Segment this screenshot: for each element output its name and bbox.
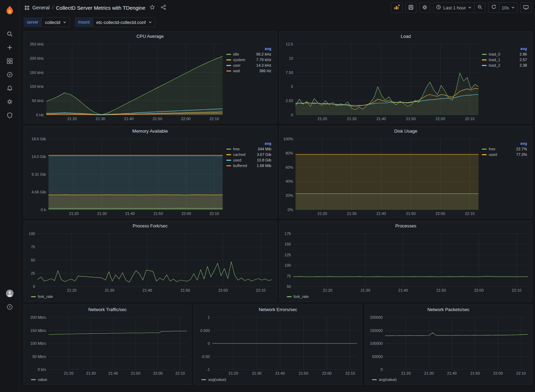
disk-usage-legend: avgfree22.7%used77.3%: [481, 136, 530, 217]
processes-legend: fork_rate: [282, 293, 531, 300]
variable-label: server: [24, 17, 41, 27]
x-axis-tick-label: 22:10: [465, 211, 475, 216]
panel-title[interactable]: Network Traffic/sec: [24, 305, 191, 314]
panel-title[interactable]: Disk Usage: [280, 126, 532, 136]
dashboard-title: CollectD Server Metrics with TDengine: [56, 5, 145, 11]
legend-item: load_12.57: [482, 58, 527, 62]
save-dashboard-button[interactable]: [405, 2, 416, 13]
series-line-fork_rate: [293, 276, 528, 277]
sidebar-item-help[interactable]: ?: [2, 301, 17, 314]
panel-title[interactable]: Memory Available: [24, 126, 276, 136]
legend-item: load_22.38: [482, 63, 527, 67]
series-color-swatch: [226, 59, 231, 60]
y-axis-tick-label: 80%: [285, 151, 293, 155]
sidebar-item-profile[interactable]: [2, 287, 17, 301]
variable-dropdown-server[interactable]: collectd: [41, 17, 70, 27]
panel-title[interactable]: Network Packets/sec: [365, 305, 532, 314]
panel-body: 02.5057.501012.521:2021:3021:4021:5022:0…: [280, 41, 532, 123]
y-axis-tick-label: 100 kHz: [30, 84, 44, 89]
series-color-swatch: [482, 54, 487, 55]
legend-item: free344 Mib: [226, 147, 271, 151]
share-button[interactable]: [159, 3, 168, 12]
legend-series-name[interactable]: avg(value): [379, 377, 397, 382]
grafana-logo[interactable]: [2, 3, 17, 19]
legend-series-value: 2.57: [508, 58, 527, 62]
x-axis-tick-label: 22:10: [465, 117, 475, 121]
legend-series-name[interactable]: wait: [233, 69, 251, 73]
load-chart: 02.5057.501012.521:2021:3021:4021:5022:0…: [282, 41, 481, 122]
time-range-label: Last 1 hour: [443, 5, 466, 10]
series-line-free: [48, 208, 222, 209]
legend-item: avg(value): [372, 377, 397, 382]
dashboard-row-2: Memory Available 0 b4.66 Gib9.31 Gib14.0…: [24, 126, 532, 218]
y-axis-tick-label: 200000: [370, 315, 383, 319]
legend-series-name[interactable]: load_1: [489, 58, 506, 62]
gear-icon: [7, 99, 13, 106]
legend-item: buffered1.68 Mib: [226, 164, 271, 168]
breadcrumb-folder[interactable]: General: [32, 5, 50, 10]
question-circle-icon: ?: [7, 304, 13, 311]
legend-column-header[interactable]: avg: [482, 47, 527, 51]
legend-item: wait386 Hz: [226, 69, 271, 73]
sidebar-item-configuration[interactable]: [2, 95, 17, 109]
legend-column-header[interactable]: avg: [226, 47, 271, 51]
y-axis-tick-label: 50: [31, 258, 35, 262]
refresh-button[interactable]: [488, 2, 499, 13]
chevron-down-icon: [511, 5, 515, 10]
y-axis-tick-label: 0%: [287, 208, 293, 212]
series-color-swatch: [226, 70, 231, 72]
series-color-swatch: [226, 149, 231, 150]
star-button[interactable]: [148, 3, 156, 12]
panel-body: -1-0.5000.500121:2021:3021:4021:5022:002…: [194, 314, 361, 384]
y-axis-tick-label: 150 kHz: [30, 70, 44, 75]
sidebar-item-create[interactable]: [2, 41, 17, 55]
legend-column-header[interactable]: avg: [226, 141, 271, 145]
sidebar-item-dashboards[interactable]: [2, 55, 17, 68]
dashboard-row-3: Process Fork/sec 025507510021:2021:3021:…: [24, 221, 532, 302]
time-range-picker[interactable]: Last 1 hour: [433, 2, 475, 13]
panel-title[interactable]: CPU Average: [24, 32, 276, 41]
refresh-interval-dropdown[interactable]: 10s: [499, 2, 518, 13]
legend-series-name[interactable]: free: [233, 147, 251, 151]
legend-series-name[interactable]: used: [489, 152, 506, 157]
sidebar-item-server-admin[interactable]: [2, 109, 17, 123]
legend-series-name[interactable]: system: [233, 58, 251, 62]
y-axis-tick-label: 0: [291, 113, 293, 117]
sidebar-item-alerting[interactable]: [2, 82, 17, 95]
add-panel-button[interactable]: [391, 2, 403, 13]
legend-series-name[interactable]: buffered: [233, 164, 251, 168]
legend-series-name[interactable]: idle: [233, 52, 251, 56]
legend-series-name[interactable]: value: [38, 377, 55, 382]
y-axis-tick-label: 9.31 Gib: [32, 172, 46, 176]
panel-title[interactable]: Load: [280, 32, 532, 41]
legend-series-name[interactable]: fork_rate: [38, 294, 55, 299]
sidebar-item-explore[interactable]: [2, 68, 17, 82]
zoom-out-button[interactable]: [474, 2, 485, 13]
y-axis-tick-label: 75: [31, 245, 35, 249]
x-axis-tick-label: 21:40: [447, 371, 457, 375]
legend-series-name[interactable]: avg(value): [208, 377, 226, 382]
panel-title[interactable]: Processes: [280, 221, 532, 231]
legend-series-name[interactable]: user: [233, 63, 251, 67]
sidebar-item-search[interactable]: [2, 28, 17, 41]
template-variable-mount: mount etc-collectd-collectd.conf: [75, 17, 155, 27]
dashboard-row-1: CPU Average 0 Hz50 kHz100 kHz150 kHz200 …: [24, 31, 532, 123]
legend-series-name[interactable]: load_2: [489, 63, 506, 67]
legend-series-name[interactable]: load_0: [489, 52, 506, 56]
legend-series-name[interactable]: cached: [233, 152, 251, 157]
series-color-swatch: [482, 59, 487, 60]
panel-body: 0 Hz50 kHz100 kHz150 kHz200 kHz250 kHz21…: [24, 41, 276, 123]
y-axis-tick-label: 100000: [370, 341, 383, 345]
chevron-down-icon: [468, 5, 472, 10]
panel-title[interactable]: Network Errors/sec: [194, 305, 361, 314]
legend-column-header[interactable]: avg: [482, 141, 527, 145]
panel-title[interactable]: Process Fork/sec: [24, 221, 276, 231]
x-axis-tick-label: 21:50: [153, 117, 162, 121]
x-axis-tick-label: 21:20: [69, 211, 79, 216]
cycle-view-button[interactable]: [520, 2, 532, 13]
legend-series-name[interactable]: free: [489, 147, 506, 151]
dashboard-settings-button[interactable]: [419, 2, 430, 13]
legend-series-name[interactable]: fork_rate: [294, 294, 311, 299]
legend-series-name[interactable]: used: [233, 158, 251, 162]
variable-dropdown-mount[interactable]: etc-collectd-collectd.conf: [93, 17, 155, 27]
